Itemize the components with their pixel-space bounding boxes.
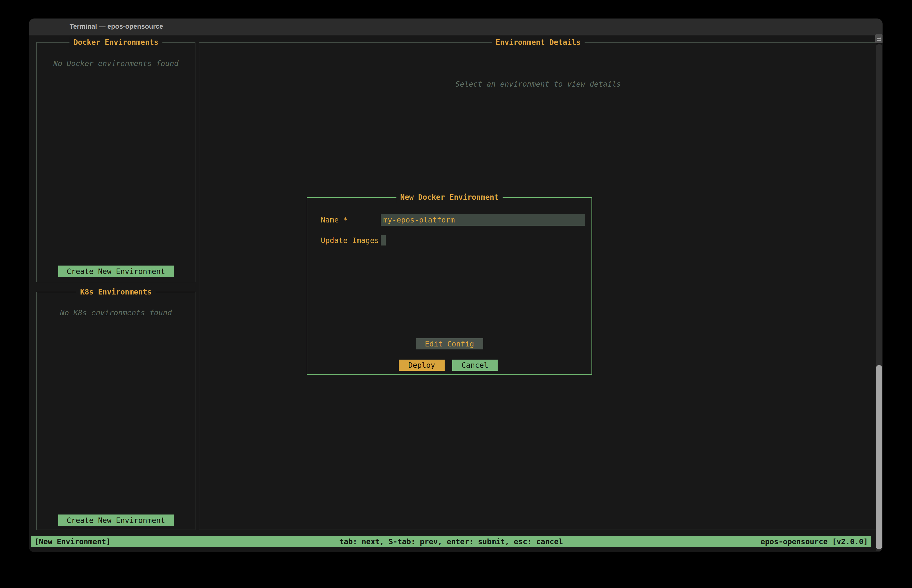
modal-title: New Docker Environment: [396, 192, 502, 203]
scrollbar-thumb[interactable]: [876, 365, 882, 549]
tui-app: Docker Environments No Docker environmen…: [29, 19, 883, 552]
docker-environments-panel: Docker Environments No Docker environmen…: [36, 42, 196, 283]
name-input[interactable]: my-epos-platform: [381, 214, 585, 226]
name-field-label: Name *: [321, 214, 348, 225]
cancel-button[interactable]: Cancel: [452, 360, 497, 371]
new-docker-environment-modal: New Docker Environment Name * my-epos-pl…: [307, 197, 592, 375]
docker-empty-message: No Docker environments found: [37, 58, 195, 69]
update-images-checkbox[interactable]: [381, 235, 386, 246]
docker-create-environment-button[interactable]: Create New Environment: [58, 265, 173, 277]
status-bar: [New Environment] tab: next, S-tab: prev…: [31, 536, 872, 547]
status-keyboard-hints: tab: next, S-tab: prev, enter: submit, e…: [339, 536, 563, 547]
split-pane-icon: [877, 37, 881, 41]
details-empty-message: Select an environment to view details: [199, 78, 877, 90]
update-images-label: Update Images: [321, 235, 379, 246]
terminal-window: Terminal — epos-opensource Docker Enviro…: [29, 19, 883, 552]
details-panel-title: Environment Details: [492, 37, 585, 48]
k8s-empty-message: No K8s environments found: [37, 307, 195, 318]
split-pane-button[interactable]: [875, 34, 883, 43]
edit-config-button[interactable]: Edit Config: [416, 338, 483, 349]
k8s-panel-title: K8s Environments: [76, 286, 156, 297]
docker-panel-title: Docker Environments: [70, 37, 162, 48]
k8s-environments-panel: K8s Environments No K8s environments fou…: [36, 292, 196, 530]
deploy-button[interactable]: Deploy: [399, 360, 445, 371]
status-mode: [New Environment]: [34, 536, 110, 547]
status-app-version: epos-opensource [v2.0.0]: [761, 536, 868, 547]
k8s-create-environment-button[interactable]: Create New Environment: [58, 515, 173, 526]
